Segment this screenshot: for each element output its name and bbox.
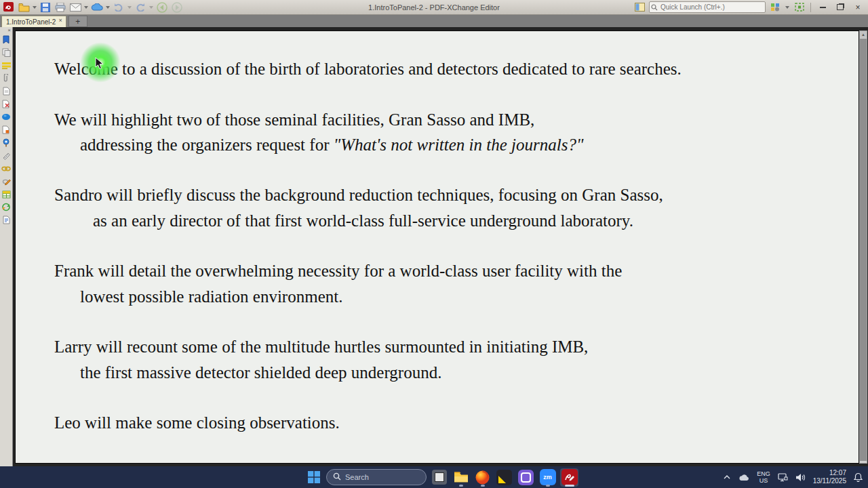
document-line: the first massive detector shielded deep… [80,363,441,382]
document-tab[interactable]: 1.IntroToPanel-2 × [1,16,66,28]
close-button[interactable]: × [850,1,865,13]
document-line: Welcome to a discussion of the birth of … [54,60,682,79]
taskbar-search-label: Search [345,473,369,481]
language-indicator[interactable]: ENG US [757,470,770,484]
history-icon[interactable] [1,202,12,212]
taskbar-app-capture[interactable] [495,468,513,487]
document-line: addressing the organizers request for "W… [80,136,583,155]
email-icon[interactable] [68,1,82,14]
restore-button[interactable] [833,1,848,13]
taskbar-search-icon [333,472,341,482]
document-line: lowest possible radiation environment. [80,287,342,306]
system-tray: ENG US 12:07 13/11/2025 [723,466,863,488]
cloud-tool-dropdown[interactable] [106,6,110,9]
properties-icon[interactable] [1,215,12,225]
title-bar: 1.IntroToPanel-2 - PDF-XChange Editor × [0,0,868,15]
app-logo-icon [2,1,16,14]
quick-launch-input[interactable] [649,1,766,13]
document-viewport: Welcome to a discussion of the birth of … [13,27,868,466]
vertical-scrollbar[interactable]: ▲ [859,30,867,464]
tray-date: 13/11/2025 [813,477,846,485]
pdf-page: Welcome to a discussion of the birth of … [15,30,859,464]
measurements-icon[interactable] [1,150,12,161]
fullscreen-icon[interactable] [793,1,806,14]
cloud-tool-icon[interactable] [90,1,104,14]
email-dropdown[interactable] [84,6,88,9]
undo-icon[interactable] [112,1,125,14]
document-tab-bar: 1.IntroToPanel-2 × + [0,15,868,28]
network-icon[interactable] [778,473,788,482]
links-icon[interactable] [1,163,12,174]
sidebar-collapse-icon[interactable]: × [7,28,11,33]
customize-ui-dropdown[interactable] [785,6,789,9]
open-file-icon[interactable] [17,1,31,14]
pdf-xchange-icon [561,469,578,485]
new-tab-button[interactable]: + [68,16,87,27]
document-pane-icon[interactable] [1,86,12,96]
scrollbar-thumb[interactable] [860,39,867,461]
back-icon[interactable] [155,1,169,14]
attachments-icon[interactable] [1,73,12,83]
taskbar-app-zoom[interactable]: zm [538,468,557,487]
clock[interactable]: 12:07 13/11/2025 [813,469,846,485]
start-button[interactable] [304,468,323,487]
comments-icon[interactable] [1,60,12,70]
document-line: as an early director of that first world… [93,211,633,230]
taskbar-app-firefox[interactable] [473,468,492,487]
redo-icon[interactable] [134,1,147,14]
3d-model-icon[interactable] [1,112,12,122]
mouse-cursor-icon [95,57,104,73]
open-file-dropdown[interactable] [33,6,37,9]
customize-ui-icon[interactable] [768,1,782,14]
language-line1: ENG [757,470,770,477]
document-line: Larry will recount some of the multitude… [54,338,588,357]
panes-sidebar: × [0,27,13,466]
document-tab-label: 1.IntroToPanel-2 [6,18,56,26]
forward-icon[interactable] [170,1,184,14]
document-line: We will highlight two of those seminal f… [54,110,534,129]
print-icon[interactable] [54,1,67,14]
save-icon[interactable] [39,1,52,14]
document-line: Leo will make some closing observations. [54,413,340,432]
notifications-bell-icon[interactable] [854,472,863,482]
pen-annotations-icon[interactable] [1,176,12,186]
tab-close-icon[interactable]: × [58,17,62,24]
form-fields-icon[interactable] [1,189,12,199]
minimize-button[interactable] [815,1,830,13]
onedrive-cloud-icon[interactable] [738,474,749,481]
windows-taskbar: Search zm ENG [0,466,868,488]
taskbar-app-recorder[interactable] [517,468,535,487]
quick-launch-search-icon [651,1,658,14]
document-line: Sandro will briefly discuss the backgrou… [54,186,663,205]
tray-time: 12:07 [813,469,846,477]
main-area: × Welcome to a discussion of the birth o… [0,27,868,466]
taskbar-app-pdf-xchange[interactable] [560,468,578,487]
language-line2: US [757,477,770,484]
content-pane-icon[interactable] [1,125,12,135]
taskbar-search[interactable]: Search [326,469,427,485]
panes-toggle-icon[interactable] [633,1,646,14]
export-pane-icon[interactable] [1,99,12,109]
document-line: Frank will detail the overwhelming neces… [54,262,622,281]
undo-dropdown[interactable] [127,6,132,9]
redo-dropdown[interactable] [149,6,153,9]
hidden-icons-chevron-icon[interactable] [723,474,731,481]
bookmarks-icon[interactable] [1,35,12,45]
scrollbar-up-icon[interactable]: ▲ [860,31,867,38]
taskbar-app-file-explorer[interactable] [452,468,470,487]
volume-icon[interactable] [795,473,806,482]
zoom-icon: zm [540,469,556,485]
taskbar-app-task-view[interactable] [430,468,448,487]
page-thumbnails-icon[interactable] [1,47,12,58]
destinations-icon[interactable] [1,138,12,148]
